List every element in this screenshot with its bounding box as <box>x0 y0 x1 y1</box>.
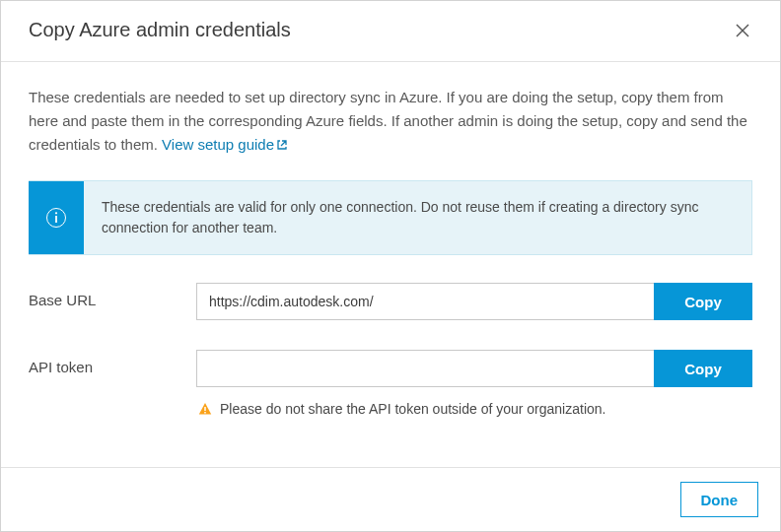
info-banner: These credentials are valid for only one… <box>29 180 752 255</box>
intro-text: These credentials are needed to set up d… <box>29 86 752 157</box>
intro-copy: These credentials are needed to set up d… <box>29 89 747 153</box>
api-token-warning: Please do not share the API token outsid… <box>196 401 752 417</box>
api-token-label: API token <box>29 350 196 375</box>
base-url-input-group: Copy <box>196 283 752 320</box>
setup-guide-label: View setup guide <box>162 136 274 153</box>
base-url-control: Copy <box>196 283 752 320</box>
api-token-row: API token Copy Please do not share the A… <box>29 350 752 417</box>
close-icon <box>735 23 750 38</box>
copy-api-token-button[interactable]: Copy <box>654 350 752 387</box>
dialog-body: These credentials are needed to set up d… <box>1 62 780 467</box>
base-url-label: Base URL <box>29 283 196 308</box>
dialog-header: Copy Azure admin credentials <box>1 1 780 51</box>
dialog-footer: Done <box>1 467 780 531</box>
dialog: Copy Azure admin credentials These crede… <box>0 0 781 532</box>
svg-rect-4 <box>55 216 57 223</box>
close-button[interactable] <box>733 21 752 40</box>
base-url-input[interactable] <box>196 283 654 320</box>
dialog-title: Copy Azure admin credentials <box>29 19 291 41</box>
setup-guide-link[interactable]: View setup guide <box>162 136 288 153</box>
api-token-input-group: Copy <box>196 350 752 387</box>
warning-icon <box>198 402 212 416</box>
done-button[interactable]: Done <box>680 482 759 517</box>
api-token-input[interactable] <box>196 350 654 387</box>
api-token-control: Copy Please do not share the API token o… <box>196 350 752 417</box>
info-icon <box>45 207 67 229</box>
info-icon-box <box>29 181 84 254</box>
base-url-row: Base URL Copy <box>29 283 752 320</box>
svg-rect-5 <box>204 407 206 411</box>
svg-point-3 <box>55 212 57 214</box>
copy-base-url-button[interactable]: Copy <box>654 283 752 320</box>
api-token-warning-text: Please do not share the API token outsid… <box>220 401 605 417</box>
info-banner-text: These credentials are valid for only one… <box>84 181 751 254</box>
external-link-icon <box>276 139 288 151</box>
svg-rect-6 <box>204 412 206 414</box>
